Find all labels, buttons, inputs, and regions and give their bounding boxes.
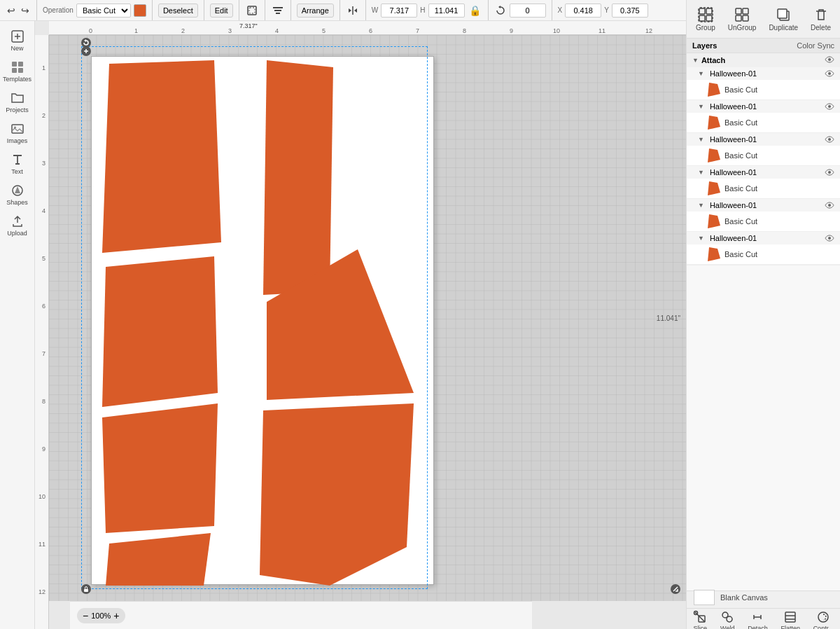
v-ruler-mark-2: 2 <box>35 112 47 119</box>
halloween-name-1: Halloween-01 <box>710 69 757 78</box>
svg-rect-2 <box>273 7 283 8</box>
halloween-group-1: ▼ Halloween-01 Basic Cut <box>687 67 840 100</box>
layer-label-5: Basic Cut <box>724 217 757 226</box>
canvas-area: 0 1 2 3 4 5 6 7 8 9 10 11 12 13 7.317" 1… <box>35 21 686 629</box>
eye-icon-3[interactable] <box>825 136 834 143</box>
halloween-header-5[interactable]: ▼ Halloween-01 <box>687 199 840 212</box>
lock-ratio-button[interactable]: 🔒 <box>468 4 482 18</box>
v-ruler-mark-12: 12 <box>35 588 47 595</box>
color-sync-label[interactable]: Color Sync <box>797 41 834 50</box>
align-button[interactable] <box>271 4 285 18</box>
handle-top-left[interactable] <box>81 46 91 56</box>
handle-bottom-right[interactable] <box>671 584 680 594</box>
attach-header[interactable]: ▼ Attach <box>687 53 840 67</box>
halloween-group-4: ▼ Halloween-01 Basic Cut <box>687 166 840 199</box>
operation-label: Operation <box>43 6 74 14</box>
canvas-page[interactable] <box>91 56 434 585</box>
slice-button[interactable]: Slice <box>690 609 710 629</box>
layer-thumb-2 <box>706 116 720 130</box>
v-ruler-mark-10: 10 <box>35 493 47 500</box>
x-input[interactable] <box>565 4 601 18</box>
detach-button[interactable]: Detach <box>745 609 771 629</box>
redo-button[interactable]: ↪ <box>20 4 31 18</box>
attach-group: ▼ Attach ▼ Halloween-01 Basic Cut <box>687 53 840 265</box>
halloween-header-3[interactable]: ▼ Halloween-01 <box>687 133 840 146</box>
ruler-mark-0: 0 <box>89 27 92 34</box>
deselect-button[interactable]: Deselect <box>158 4 198 18</box>
svg-rect-9 <box>18 68 23 73</box>
svg-rect-4 <box>276 13 280 14</box>
ruler-mark-2: 2 <box>181 27 185 34</box>
zoom-in-icon[interactable]: + <box>113 610 119 621</box>
v-ruler-mark-8: 8 <box>35 398 47 405</box>
width-input[interactable] <box>381 4 417 18</box>
bottom-actions: Slice Weld Detach Flatten <box>687 609 840 629</box>
layer-item-3[interactable]: Basic Cut <box>687 146 840 165</box>
rotate-input[interactable] <box>510 4 546 18</box>
ruler-mark-6: 6 <box>369 27 372 34</box>
layer-thumb-6 <box>706 247 720 261</box>
layer-thumb-3 <box>706 148 720 163</box>
layer-thumb-5 <box>706 214 720 228</box>
attach-eye-icon[interactable] <box>825 56 834 64</box>
halloween-header-4[interactable]: ▼ Halloween-01 <box>687 166 840 179</box>
v-ruler-mark-1: 1 <box>35 64 47 71</box>
layer-item-2[interactable]: Basic Cut <box>687 113 840 132</box>
y-label: Y <box>604 6 609 14</box>
layer-item-6[interactable]: Basic Cut <box>687 244 840 264</box>
flatten-button[interactable]: Flatten <box>778 609 803 629</box>
halloween-header-1[interactable]: ▼ Halloween-01 <box>687 67 840 80</box>
ungroup-button[interactable]: UnGroup <box>724 4 761 34</box>
sidebar-item-upload[interactable]: Upload <box>2 212 33 240</box>
svg-rect-8 <box>12 68 17 73</box>
sidebar-item-templates[interactable]: Templates <box>2 57 33 85</box>
sidebar-item-images[interactable]: Images <box>2 119 33 147</box>
eye-icon-6[interactable] <box>825 235 834 242</box>
height-input[interactable] <box>428 4 465 18</box>
ruler-top: 0 1 2 3 4 5 6 7 8 9 10 11 12 13 7.317" <box>49 21 686 35</box>
operation-select[interactable]: Basic Cut <box>76 4 131 18</box>
attach-label: Attach <box>701 56 725 64</box>
svg-rect-3 <box>274 10 281 11</box>
sidebar-item-new[interactable]: New <box>2 27 33 55</box>
sidebar-item-text[interactable]: Text <box>2 150 33 178</box>
shape-1 <box>102 60 221 253</box>
eye-icon-4[interactable] <box>825 169 834 176</box>
layer-item-1[interactable]: Basic Cut <box>687 80 840 99</box>
delete-button[interactable]: Delete <box>806 4 835 34</box>
eye-icon-5[interactable] <box>825 202 834 209</box>
bottom-bar: − 100% + <box>70 601 532 629</box>
edit-button[interactable]: Edit <box>210 4 233 18</box>
flip-button[interactable] <box>346 4 360 18</box>
align-section <box>271 0 291 20</box>
eye-icon-1[interactable] <box>825 70 834 77</box>
undo-button[interactable]: ↩ <box>6 4 17 18</box>
halloween-header-6[interactable]: ▼ Halloween-01 <box>687 232 840 244</box>
group-button[interactable]: Group <box>692 4 720 34</box>
x-label: X <box>558 6 563 14</box>
v-ruler-mark-3: 3 <box>35 160 47 167</box>
layer-item-4[interactable]: Basic Cut <box>687 179 840 198</box>
zoom-out-icon[interactable]: − <box>83 610 88 621</box>
svg-rect-17 <box>699 15 705 21</box>
sidebar-item-projects[interactable]: Projects <box>2 88 33 116</box>
halloween-name-5: Halloween-01 <box>710 201 757 209</box>
eye-icon-2[interactable] <box>825 103 834 110</box>
canvas-viewport[interactable]: 11.041" <box>49 35 686 601</box>
weld-button[interactable]: Weld <box>718 609 737 629</box>
zoom-control[interactable]: − 100% + <box>77 608 125 623</box>
handle-lock[interactable] <box>81 584 91 594</box>
layer-item-5[interactable]: Basic Cut <box>687 212 840 231</box>
arrange-button[interactable]: Arrange <box>297 4 334 18</box>
color-swatch[interactable] <box>134 4 146 17</box>
sidebar-item-shapes[interactable]: Shapes <box>2 181 33 209</box>
zoom-value: 100% <box>91 611 111 620</box>
contour-button[interactable]: Contr... <box>811 609 836 629</box>
svg-rect-1 <box>249 8 255 13</box>
duplicate-button[interactable]: Duplicate <box>764 4 802 34</box>
offset-button[interactable] <box>245 4 259 18</box>
handle-rotate[interactable] <box>81 38 91 48</box>
halloween-group-2: ▼ Halloween-01 Basic Cut <box>687 100 840 133</box>
y-input[interactable] <box>612 4 648 18</box>
halloween-header-2[interactable]: ▼ Halloween-01 <box>687 100 840 113</box>
